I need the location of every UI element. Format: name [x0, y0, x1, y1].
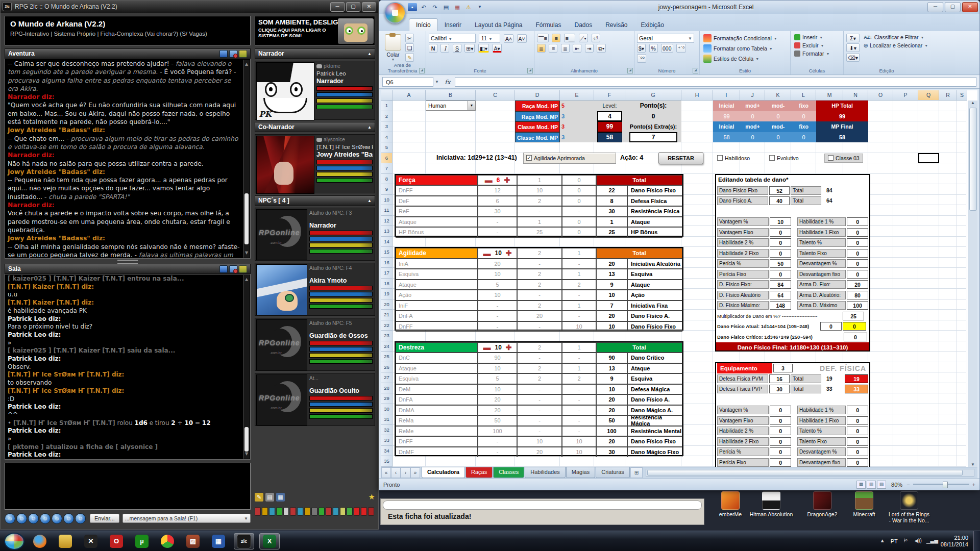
column-header-I[interactable]: I — [713, 90, 740, 101]
conarrator-section-header[interactable]: Co-Narrador ▲ — [255, 122, 375, 132]
panel-splitter[interactable] — [5, 260, 251, 263]
decrement-button[interactable]: ▬ — [485, 176, 493, 184]
damage-mod-value2[interactable]: 80 — [847, 291, 868, 299]
row-header-16[interactable]: 16 — [381, 258, 393, 268]
damage-mod-value2[interactable]: 0 — [847, 217, 868, 226]
row-header-2[interactable]: 2 — [381, 111, 393, 122]
column-header-B[interactable]: B — [426, 90, 476, 101]
resetar-button[interactable]: RESETAR — [658, 152, 703, 164]
row-header-20[interactable]: 20 — [381, 299, 393, 310]
agilidade-checkbox[interactable]: ✓Agilidade Aprimorada — [523, 153, 616, 164]
last-sheet-icon[interactable]: » — [410, 467, 420, 478]
print-preview-icon[interactable]: ▤ — [442, 3, 451, 11]
column-header-R[interactable]: R — [939, 90, 957, 101]
scroll-up-icon[interactable]: ▲ — [243, 276, 250, 284]
dice-icon[interactable] — [368, 507, 374, 516]
taskbar-utorrent-icon[interactable]: µ — [132, 533, 152, 549]
damage-mod-value[interactable]: 10 — [770, 217, 791, 226]
npc-card[interactable]: Atalho do NPC: F4Akira Ymoto — [255, 263, 375, 316]
sala-log[interactable]: [ kaizer025 ] [T.N.T] Kaizer [T.N.T] ent… — [5, 274, 251, 460]
column-header-E[interactable]: E — [560, 90, 594, 101]
narrator-card[interactable]: PKpktomePatrick LeoNarrador — [255, 61, 375, 120]
zoom-slider-thumb[interactable] — [943, 482, 948, 488]
row-header-9[interactable]: 9 — [381, 184, 393, 195]
comma-format-icon[interactable]: 000 — [661, 44, 673, 53]
equipment-mod-value2[interactable]: 0 — [847, 427, 868, 435]
scroll-up-icon[interactable]: ▲ — [243, 60, 250, 68]
checkbox-evolutivo[interactable]: Evolutivo — [769, 154, 799, 163]
row-header-24[interactable]: 24 — [381, 341, 393, 352]
toolbar-icon[interactable] — [333, 507, 339, 516]
row-header-7[interactable]: 7 — [381, 163, 393, 174]
percent-format-icon[interactable]: % — [649, 44, 658, 53]
wrap-text-icon[interactable]: ⏎ — [592, 34, 600, 42]
row-header-30[interactable]: 30 — [381, 404, 393, 415]
desktop-icon-remember[interactable]: emberMe — [708, 491, 752, 517]
toolbar-icon[interactable] — [269, 507, 275, 516]
shrink-font-icon[interactable]: A˅ — [517, 34, 527, 43]
checkbox-unchecked-icon[interactable] — [769, 155, 775, 161]
align-center-icon[interactable]: ≡ — [549, 44, 557, 53]
damage-mod-value2[interactable]: 100 — [847, 301, 868, 310]
toolbar-icon[interactable] — [340, 507, 346, 516]
excel-close-button[interactable]: ✕ — [962, 2, 978, 12]
taskbar-xfire-icon[interactable]: ✕ — [81, 533, 101, 549]
emoticon-icon[interactable]: ☺ — [52, 513, 62, 524]
align-middle-icon[interactable]: ≡ — [552, 34, 560, 42]
increase-decimal-icon[interactable]: ⁺˙⁰ — [676, 44, 686, 53]
emoticon-icon[interactable]: ☺ — [28, 513, 39, 524]
increment-button[interactable]: ✚ — [506, 343, 512, 352]
row-header-28[interactable]: 28 — [381, 383, 393, 394]
spreadsheet-grid[interactable]: ABCDEFGHIJKLMNOPQRS123456789101112131415… — [381, 90, 977, 467]
network-icon[interactable]: ▁▃▅ — [926, 538, 935, 545]
column-header-O[interactable]: O — [868, 90, 893, 101]
equipment-mod-value[interactable]: 0 — [770, 447, 791, 456]
desktop-icon-dragonage[interactable]: DragonAge2 — [800, 491, 844, 517]
toolbar-icon[interactable] — [304, 507, 310, 516]
toolbar-icon[interactable] — [276, 507, 282, 516]
hidden-icons-chevron[interactable]: ▲ — [878, 538, 887, 545]
font-name-combo[interactable]: Calibri▼ — [429, 34, 476, 43]
damage-mod-value[interactable]: 64 — [770, 291, 791, 299]
send-button[interactable]: Enviar... — [90, 514, 119, 523]
decrease-indent-icon[interactable]: ⇤ — [573, 44, 581, 53]
equipment-mod-value[interactable]: 0 — [770, 427, 791, 435]
horizontal-scrollbar[interactable] — [646, 469, 974, 477]
column-header-P[interactable]: P — [893, 90, 918, 101]
row-header-27[interactable]: 27 — [381, 372, 393, 383]
increment-button[interactable]: ✚ — [504, 176, 510, 184]
row-header-29[interactable]: 29 — [381, 393, 393, 404]
tab-inserir[interactable]: Inserir — [438, 19, 468, 31]
cells-button-1[interactable]: Excluir▼ — [793, 41, 841, 49]
conarrator-card[interactable]: alysonice[T.N.T] Ҥ Ice SтØям ҤJowy Atrei… — [255, 134, 375, 193]
toolbar-icon[interactable] — [290, 507, 296, 516]
adventure-log[interactable]: -- Calma ser que desconheço mas pretendo… — [5, 59, 251, 259]
equipment-mod-value[interactable]: 0 — [770, 458, 791, 467]
quick-access-dropdown-icon[interactable]: ▼ — [475, 3, 484, 11]
row-header-21[interactable]: 21 — [381, 310, 393, 320]
damage-mod-value2[interactable]: 0 — [847, 228, 868, 237]
row-header-6[interactable]: 6 — [381, 153, 393, 164]
tab-dados[interactable]: Dados — [568, 19, 599, 31]
desktop-icon-minecraft[interactable]: Minecraft — [842, 491, 886, 517]
column-header-K[interactable]: K — [765, 90, 791, 101]
damage-top-value[interactable]: 40 — [769, 196, 790, 205]
damage-mod-value[interactable]: 0 — [770, 270, 791, 279]
number-format-combo[interactable]: Geral▼ — [637, 34, 694, 43]
emoticon-icon[interactable]: ☺ — [63, 513, 74, 524]
table-icon[interactable]: ▦ — [453, 3, 462, 11]
decrement-button[interactable]: ▬ — [483, 343, 491, 352]
align-right-icon[interactable]: ≣ — [561, 44, 570, 53]
chat-minimize-button[interactable]: ─ — [330, 2, 345, 12]
npc-section-header[interactable]: NPC´s [ 4 ] ▲ — [255, 195, 375, 206]
prev-sheet-icon[interactable]: ‹ — [391, 467, 401, 478]
emoticon-icon[interactable]: ☺ — [16, 513, 27, 524]
dialog-launcher-icon[interactable]: ◢ — [627, 68, 633, 73]
desktop-icon-lotr[interactable]: Lord of the Rings - War in the No... — [887, 491, 931, 523]
increase-indent-icon[interactable]: ⇥ — [585, 44, 594, 53]
edit-button-0[interactable]: AZ↓Classificar e Filtrar▼ — [862, 33, 929, 41]
next-sheet-icon[interactable]: › — [401, 467, 410, 478]
copy-icon[interactable]: ❏ — [405, 43, 414, 52]
scroll-down-icon[interactable]: ▼ — [968, 462, 977, 467]
decrease-decimal-icon[interactable]: ˙⁰⁰ — [637, 54, 646, 63]
